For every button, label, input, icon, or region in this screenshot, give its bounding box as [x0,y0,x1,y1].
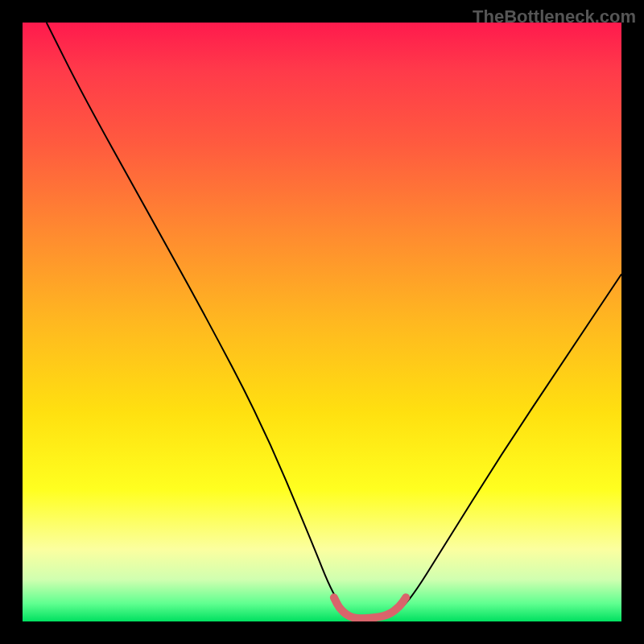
bottleneck-curve-line [47,23,621,618]
curve-layer [23,23,621,621]
optimal-band-marker [334,597,406,618]
watermark-text: TheBottleneck.com [473,6,636,27]
plot-area [23,23,621,621]
